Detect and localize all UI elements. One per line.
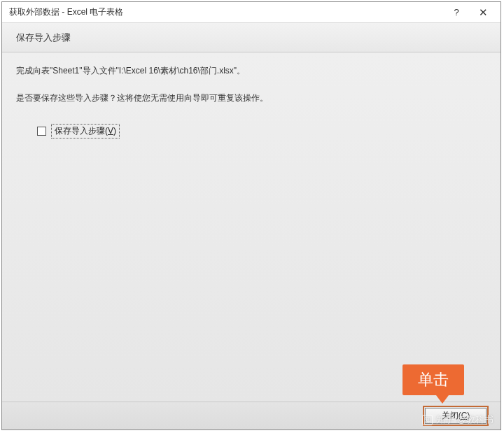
help-button[interactable]: ?: [443, 3, 470, 22]
info-line-2: 是否要保存这些导入步骤？这将使您无需使用向导即可重复该操作。: [16, 92, 486, 104]
close-window-button[interactable]: ✕: [470, 3, 496, 22]
zhihu-logo-icon: 知: [422, 415, 433, 425]
callout-arrow-icon: [436, 395, 449, 404]
dialog-window: 获取外部数据 - Excel 电子表格 ? ✕ 保存导入步骤 完成向表"Shee…: [1, 1, 501, 430]
header-band: 保存导入步骤: [2, 23, 500, 52]
checkbox-icon[interactable]: [37, 127, 46, 136]
checkbox-label: 保存导入步骤(V): [51, 124, 120, 139]
callout-label: 单击: [402, 364, 464, 395]
titlebar: 获取外部数据 - Excel 电子表格 ? ✕: [2, 2, 500, 23]
annotation-callout: 单击: [402, 364, 464, 404]
footer-band: 单击 关闭(C) 知 知乎 @教科书: [2, 402, 500, 430]
header-title: 保存导入步骤: [16, 31, 71, 44]
save-steps-checkbox-row[interactable]: 保存导入步骤(V): [37, 124, 486, 139]
info-line-1: 完成向表"Sheet1"导入文件"I:\Excel 16\素材\ch16\部门.…: [16, 65, 486, 77]
watermark: 知 知乎 @教科书: [422, 413, 493, 426]
dialog-body: 完成向表"Sheet1"导入文件"I:\Excel 16\素材\ch16\部门.…: [2, 52, 500, 402]
watermark-text: 知乎 @教科书: [436, 413, 493, 426]
titlebar-title: 获取外部数据 - Excel 电子表格: [9, 6, 443, 18]
